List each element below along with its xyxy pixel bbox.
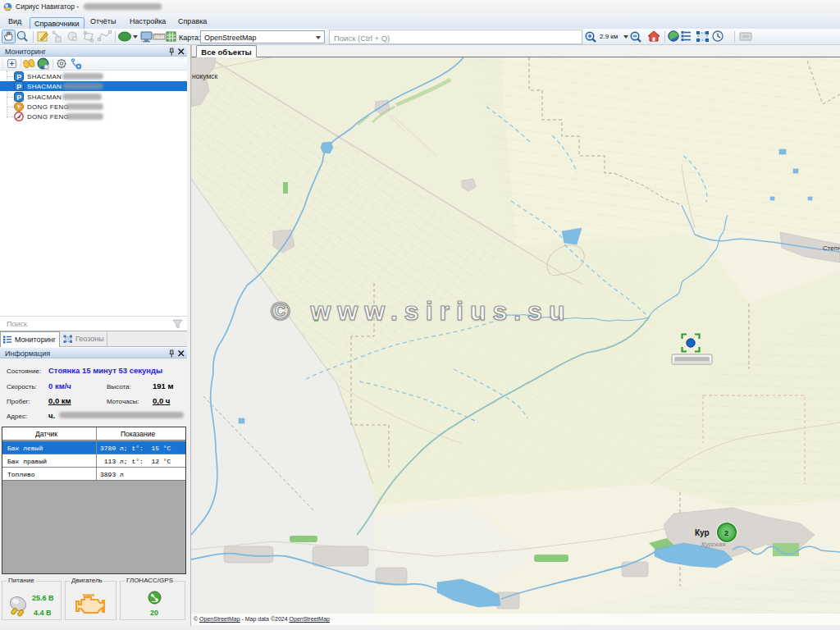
svg-text:P: P [16, 83, 21, 91]
svg-text:Кур: Кур [695, 528, 710, 537]
svg-text:нокумск: нокумск [192, 72, 217, 80]
svg-text:P: P [16, 73, 21, 81]
svg-text:2.9 км: 2.9 км [600, 33, 618, 40]
svg-text:P: P [16, 94, 21, 102]
svg-text:Степн: Степн [823, 244, 840, 252]
svg-text:2: 2 [724, 529, 728, 537]
